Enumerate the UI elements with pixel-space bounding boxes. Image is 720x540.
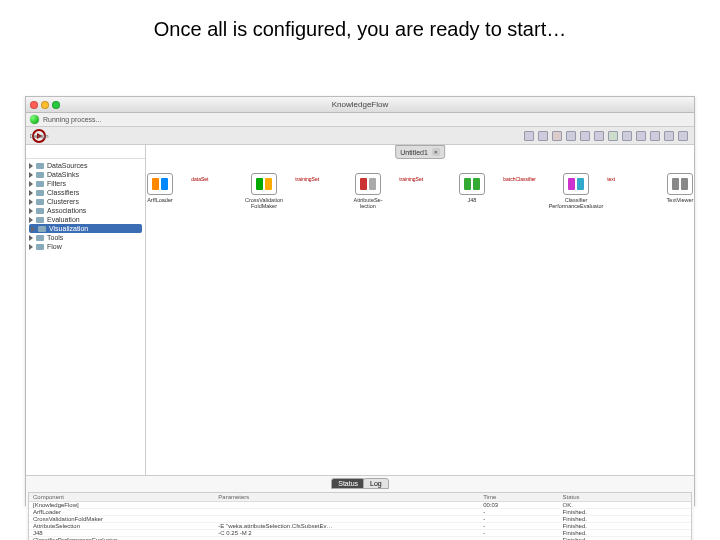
search-input[interactable] [26, 145, 145, 159]
flow-node[interactable]: AttributeSe- lection [333, 173, 403, 209]
zoom-in-icon[interactable] [622, 131, 632, 141]
cell-t: - [479, 516, 558, 523]
expand-icon [29, 172, 33, 178]
node-label: ArffLoader [147, 197, 173, 203]
expand-icon [29, 217, 33, 223]
cut-icon[interactable] [524, 131, 534, 141]
expand-icon [31, 226, 35, 232]
toolbar-icons [524, 131, 688, 141]
flow-node[interactable]: Classifier PerformanceEvaluator [541, 173, 611, 209]
folder-icon [36, 172, 44, 178]
bottom-tabs: Status Log [26, 476, 694, 490]
close-tab-icon[interactable]: × [432, 148, 440, 156]
expand-icon [29, 208, 33, 214]
node-icon [563, 173, 589, 195]
cell-c: AttributeSelection [29, 523, 214, 530]
flow-canvas[interactable]: Untitled1 × ArffLoaderdataSetCrossValida… [146, 145, 694, 475]
cell-s: Finished. [559, 523, 691, 530]
flow-node[interactable]: J48 [437, 173, 507, 203]
undo-icon[interactable] [580, 131, 590, 141]
col-parameters: Parameters [214, 493, 479, 502]
tab-log[interactable]: Log [363, 478, 389, 489]
node-icon [459, 173, 485, 195]
svg-rect-7 [473, 178, 480, 190]
svg-rect-5 [369, 178, 376, 190]
svg-rect-8 [568, 178, 575, 190]
close-window-icon[interactable] [30, 101, 38, 109]
cell-c: J48 [29, 530, 214, 537]
select-all-icon[interactable] [608, 131, 618, 141]
cell-p: -E "weka.attributeSelection.CfsSubsetEv… [214, 523, 479, 530]
svg-rect-6 [464, 178, 471, 190]
svg-rect-10 [672, 178, 679, 190]
folder-icon [36, 244, 44, 250]
slide-caption: Once all is configured, you are ready to… [0, 0, 720, 53]
folder-icon [36, 208, 44, 214]
table-row: [KnowledgeFlow]00:03OK. [29, 502, 691, 509]
app-window: KnowledgeFlow Running process... Design … [25, 96, 695, 506]
tree-label: Filters [47, 180, 66, 187]
minimize-window-icon[interactable] [41, 101, 49, 109]
tree-label: Evaluation [47, 216, 80, 223]
canvas-tab[interactable]: Untitled1 × [395, 145, 445, 159]
node-label: CrossValidation FoldMaker [245, 197, 283, 209]
connection-label: text [607, 176, 615, 182]
flow-node[interactable]: ArffLoader [125, 173, 195, 203]
node-icon [251, 173, 277, 195]
tree-label: DataSinks [47, 171, 79, 178]
table-row: AttributeSelection-E "weka.attributeSele… [29, 523, 691, 530]
tree-item-datasources[interactable]: DataSources [29, 161, 142, 170]
tab-status[interactable]: Status [331, 478, 365, 489]
expand-icon [29, 244, 33, 250]
tree-item-visualization[interactable]: Visualization [29, 224, 142, 233]
tree-item-tools[interactable]: Tools [29, 233, 142, 242]
cell-c: ArffLoader [29, 509, 214, 516]
tab-label: Untitled1 [400, 149, 428, 156]
tree-label: Visualization [49, 225, 88, 232]
connection-label: trainingSet [399, 176, 423, 182]
help-icon[interactable] [678, 131, 688, 141]
cell-p: -C 0.25 -M 2 [214, 530, 479, 537]
flow-node[interactable]: CrossValidation FoldMaker [229, 173, 299, 209]
svg-rect-3 [265, 178, 272, 190]
titlebar: KnowledgeFlow [26, 97, 694, 113]
zoom-out-icon[interactable] [636, 131, 646, 141]
folder-icon [36, 190, 44, 196]
cell-c: ClassifierPerformanceEvaluator [29, 537, 214, 541]
process-bar: Running process... [26, 113, 694, 127]
note-icon[interactable] [594, 131, 604, 141]
save-icon[interactable] [664, 131, 674, 141]
col-component: Component [29, 493, 214, 502]
paste-icon[interactable] [552, 131, 562, 141]
svg-rect-1 [161, 178, 168, 190]
cell-s: Finished. [559, 509, 691, 516]
svg-rect-11 [681, 178, 688, 190]
window-controls [30, 101, 60, 109]
layout-icon[interactable] [650, 131, 660, 141]
tree-item-flow[interactable]: Flow [29, 242, 142, 251]
cell-t: 00:03 [479, 502, 558, 509]
svg-rect-0 [152, 178, 159, 190]
tree-label: Flow [47, 243, 62, 250]
tree-item-associations[interactable]: Associations [29, 206, 142, 215]
expand-icon [29, 190, 33, 196]
folder-icon [36, 199, 44, 205]
process-label: Running process... [43, 116, 101, 123]
copy-icon[interactable] [538, 131, 548, 141]
cell-p [214, 537, 479, 541]
table-row: ClassifierPerformanceEvaluator-Finished. [29, 537, 691, 541]
folder-icon [36, 235, 44, 241]
window-title: KnowledgeFlow [332, 100, 388, 109]
cell-c: CrossValidationFoldMaker [29, 516, 214, 523]
tree-label: Associations [47, 207, 86, 214]
tree-item-evaluation[interactable]: Evaluation [29, 215, 142, 224]
flow-node[interactable]: TextViewer [645, 173, 715, 203]
connection-label: dataSet [191, 176, 208, 182]
svg-rect-2 [256, 178, 263, 190]
connection-label: batchClassifier [503, 176, 536, 182]
col-status: Status [559, 493, 691, 502]
zoom-window-icon[interactable] [52, 101, 60, 109]
folder-icon [36, 181, 44, 187]
delete-icon[interactable] [566, 131, 576, 141]
cell-s: Finished. [559, 516, 691, 523]
